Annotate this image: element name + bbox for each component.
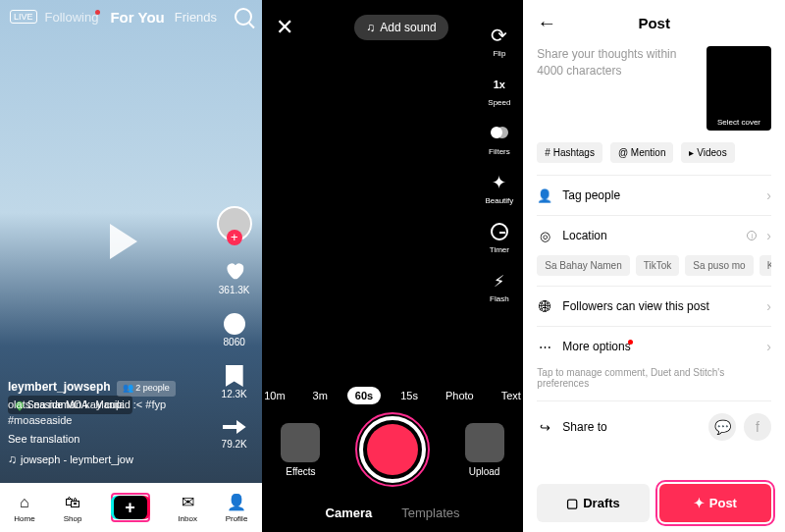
location-icon: ◎ bbox=[537, 229, 552, 243]
person-icon: 👤 bbox=[537, 188, 552, 203]
add-sound-button[interactable]: ♫Add sound bbox=[354, 15, 447, 40]
upload-button[interactable]: Upload bbox=[465, 423, 504, 477]
filters-icon bbox=[491, 125, 508, 142]
people-button[interactable]: 👥 2 people bbox=[117, 381, 176, 397]
share-messenger-icon[interactable]: 💬 bbox=[708, 413, 736, 441]
post-screen: ← Post Share your thoughts within 4000 c… bbox=[523, 0, 785, 532]
page-title: Post bbox=[638, 15, 670, 31]
row-location[interactable]: ◎ Location i › bbox=[537, 215, 771, 255]
speed-icon bbox=[489, 74, 510, 95]
chevron-right-icon: › bbox=[766, 298, 771, 314]
tool-flash[interactable]: Flash bbox=[489, 270, 510, 303]
see-translation[interactable]: See translation bbox=[8, 431, 203, 448]
post-button[interactable]: ✦Post bbox=[659, 484, 771, 522]
save-count: 12.3K bbox=[222, 389, 247, 399]
duration-10m[interactable]: 10m bbox=[262, 387, 293, 404]
chip-mention[interactable]: @ Mention bbox=[610, 142, 674, 163]
nav-create[interactable]: + bbox=[114, 496, 147, 519]
tool-speed[interactable]: Speed bbox=[488, 74, 510, 107]
row-share-to: ↪ Share to 💬 f bbox=[537, 400, 771, 452]
mode-text[interactable]: Text bbox=[494, 387, 524, 404]
loc-suggestion[interactable]: Sa puso mo bbox=[685, 255, 753, 276]
drafts-button[interactable]: ▢Drafts bbox=[537, 484, 649, 522]
globe-icon: 🌐︎ bbox=[537, 299, 552, 314]
flip-icon bbox=[489, 25, 510, 46]
more-icon: ⋯ bbox=[537, 340, 552, 354]
play-icon[interactable] bbox=[110, 224, 137, 259]
duration-3m[interactable]: 3m bbox=[305, 387, 336, 404]
like-icon[interactable] bbox=[223, 260, 245, 283]
profile-icon: 👤 bbox=[227, 493, 246, 512]
back-icon[interactable]: ← bbox=[537, 12, 556, 34]
upload-thumb bbox=[465, 423, 504, 462]
effects-button[interactable]: Effects bbox=[281, 423, 320, 477]
chip-videos[interactable]: ▸ Videos bbox=[681, 142, 734, 163]
sparkle-icon: ✦ bbox=[694, 496, 705, 510]
loc-suggestion[interactable]: KAHIT SA bbox=[759, 255, 771, 276]
tool-filters[interactable]: Filters bbox=[489, 123, 510, 156]
chevron-right-icon: › bbox=[766, 228, 771, 243]
music-note-icon: ♫ bbox=[366, 21, 375, 34]
music-note-icon: ♫ bbox=[8, 451, 17, 468]
row-tag-people[interactable]: 👤 Tag people › bbox=[537, 175, 771, 215]
nav-inbox[interactable]: ✉︎Inbox bbox=[178, 493, 197, 523]
beautify-icon bbox=[489, 172, 510, 193]
tab-templates[interactable]: Templates bbox=[401, 505, 459, 520]
nav-profile[interactable]: 👤Profile bbox=[226, 493, 248, 523]
inbox-icon: ✉︎ bbox=[178, 493, 197, 512]
chevron-right-icon: › bbox=[766, 187, 771, 203]
row-more-options[interactable]: ⋯ More options › Tap to manage comment, … bbox=[537, 326, 771, 400]
tool-flip[interactable]: Flip bbox=[489, 25, 510, 58]
bottom-nav: ⌂Home 🛍︎Shop + ✉︎Inbox 👤Profile bbox=[0, 483, 262, 532]
record-button[interactable] bbox=[359, 416, 426, 483]
comment-icon[interactable] bbox=[224, 313, 245, 335]
shop-icon: 🛍︎ bbox=[63, 493, 82, 512]
select-cover[interactable]: Select cover bbox=[706, 46, 771, 131]
save-icon[interactable] bbox=[226, 365, 243, 387]
chevron-right-icon: › bbox=[766, 339, 771, 354]
loc-suggestion[interactable]: TikTok bbox=[636, 255, 680, 276]
info-icon: i bbox=[747, 231, 757, 240]
close-icon[interactable]: ✕ bbox=[276, 15, 293, 40]
caption-input[interactable]: Share your thoughts within 4000 characte… bbox=[537, 46, 697, 131]
effects-thumb bbox=[281, 423, 320, 462]
comment-count: 8060 bbox=[224, 337, 245, 347]
feed-screen: LIVE Following For You Friends + 361.3K … bbox=[0, 0, 262, 532]
location-suggestions: Sa Bahay Namen TikTok Sa puso mo KAHIT S… bbox=[537, 255, 771, 286]
username[interactable]: leymbert_jowseph bbox=[8, 380, 111, 394]
highlight-create: + bbox=[111, 493, 150, 522]
more-options-sub: Tap to manage comment, Duet and Stitch's… bbox=[537, 367, 771, 389]
tab-friends[interactable]: Friends bbox=[175, 10, 217, 25]
search-icon[interactable] bbox=[235, 8, 252, 26]
home-icon: ⌂ bbox=[15, 493, 34, 512]
drafts-icon: ▢ bbox=[566, 496, 578, 510]
timer-icon bbox=[491, 223, 508, 240]
share-count: 79.2K bbox=[222, 439, 247, 450]
follow-plus-icon[interactable]: + bbox=[227, 230, 242, 245]
tab-following[interactable]: Following bbox=[45, 10, 101, 25]
mode-photo[interactable]: Photo bbox=[438, 387, 482, 404]
loc-suggestion[interactable]: Sa Bahay Namen bbox=[537, 255, 629, 276]
chip-hashtags[interactable]: # Hashtags bbox=[537, 142, 602, 163]
camera-screen: ✕ ♫Add sound Flip Speed Filters Beautify… bbox=[262, 0, 524, 532]
live-badge[interactable]: LIVE bbox=[10, 10, 37, 24]
share-icon[interactable] bbox=[223, 417, 246, 437]
tool-beautify[interactable]: Beautify bbox=[485, 172, 513, 205]
like-count: 361.3K bbox=[219, 285, 250, 295]
duration-60s[interactable]: 60s bbox=[347, 387, 381, 404]
creator-avatar[interactable]: + bbox=[217, 206, 252, 241]
music-info[interactable]: ♫jowseph - leymbert_jow bbox=[8, 451, 203, 468]
tool-timer[interactable]: Timer bbox=[489, 221, 510, 254]
nav-shop[interactable]: 🛍︎Shop bbox=[63, 493, 82, 523]
nav-home[interactable]: ⌂Home bbox=[14, 493, 34, 523]
video-caption: olats na naman kay cupid :< #fyp #moasea… bbox=[8, 397, 203, 429]
duration-15s[interactable]: 15s bbox=[392, 387, 426, 404]
flash-icon bbox=[489, 270, 510, 292]
tab-foryou[interactable]: For You bbox=[110, 9, 164, 26]
share-arrow-icon: ↪ bbox=[537, 420, 552, 435]
share-facebook-icon[interactable]: f bbox=[744, 413, 771, 441]
row-visibility[interactable]: 🌐︎ Followers can view this post › bbox=[537, 286, 771, 326]
tab-camera[interactable]: Camera bbox=[326, 505, 373, 520]
duration-selector: 10m 3m 60s 15s Photo Text bbox=[262, 387, 524, 404]
